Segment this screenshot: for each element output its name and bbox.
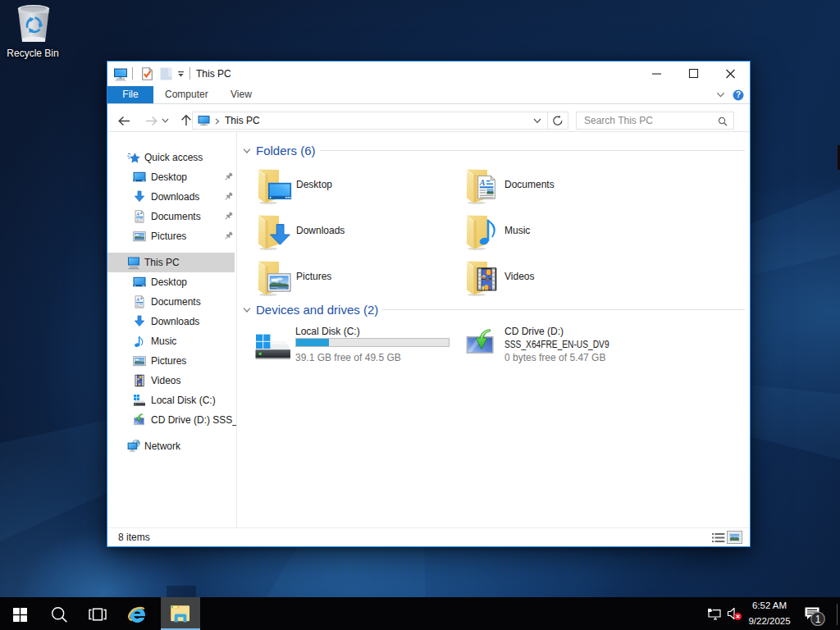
svg-text:?: ? [736, 90, 741, 99]
svg-text:1: 1 [815, 614, 821, 625]
